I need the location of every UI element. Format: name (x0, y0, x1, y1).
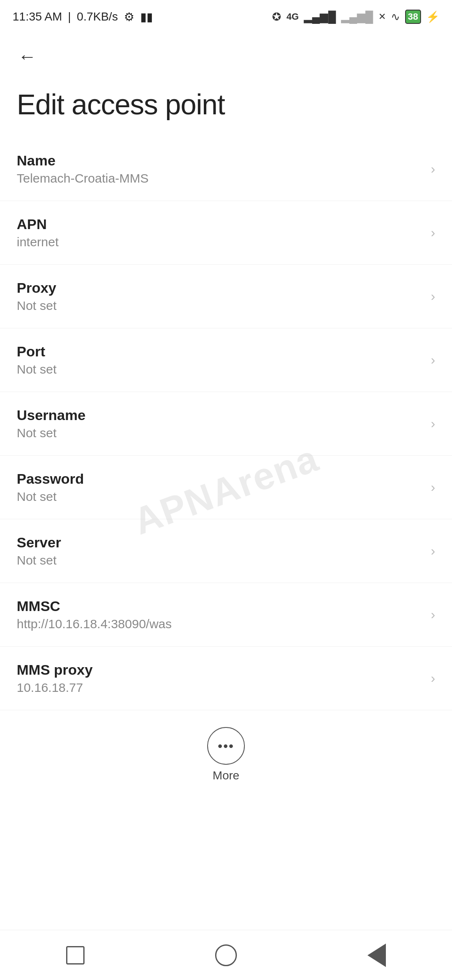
list-item-port-content: Port Not set (17, 343, 56, 377)
status-left: 11:35 AM | 0.7KB/s ⚙ ▮▮ (13, 10, 153, 24)
back-arrow-icon: ← (18, 47, 36, 66)
list-item-name[interactable]: Name Telemach-Croatia-MMS › (0, 137, 452, 201)
bluetooth-icon: ✪ (272, 10, 281, 23)
more-dots-icon: ••• (218, 738, 234, 754)
list-item-port[interactable]: Port Not set › (0, 328, 452, 392)
list-item-username-label: Username (17, 407, 85, 423)
list-item-mms-proxy-value: 10.16.18.77 (17, 681, 92, 695)
chevron-icon-port: › (431, 352, 435, 368)
list-item-name-content: Name Telemach-Croatia-MMS (17, 152, 149, 186)
chevron-icon-mms-proxy: › (431, 671, 435, 686)
list-item-mmsc-content: MMSC http://10.16.18.4:38090/was (17, 598, 172, 631)
chevron-icon-password: › (431, 480, 435, 495)
list-container: Name Telemach-Croatia-MMS › APN internet… (0, 137, 452, 710)
more-label: More (213, 769, 239, 782)
list-item-mms-proxy-content: MMS proxy 10.16.18.77 (17, 662, 92, 695)
list-item-name-label: Name (17, 152, 149, 169)
status-bar: 11:35 AM | 0.7KB/s ⚙ ▮▮ ✪ 4G ▂▄▆█ ▂▄▆█ ✕… (0, 0, 452, 34)
list-item-server-label: Server (17, 534, 61, 551)
nav-bar (0, 930, 452, 980)
list-item-password-content: Password Not set (17, 471, 84, 504)
list-item-proxy-content: Proxy Not set (17, 280, 56, 313)
chevron-icon-mmsc: › (431, 607, 435, 622)
list-item-mms-proxy[interactable]: MMS proxy 10.16.18.77 › (0, 647, 452, 710)
list-item-apn-value: internet (17, 235, 59, 249)
more-dots-circle: ••• (207, 727, 245, 765)
nav-square-icon (66, 946, 85, 965)
status-right: ✪ 4G ▂▄▆█ ▂▄▆█ ✕ ∿ 38 ⚡ (272, 10, 439, 24)
list-item-username[interactable]: Username Not set › (0, 392, 452, 456)
signal-4g-icon: 4G (286, 11, 298, 22)
toolbar: ← (0, 34, 452, 75)
list-item-server[interactable]: Server Not set › (0, 519, 452, 583)
nav-home-button[interactable] (209, 939, 243, 972)
list-item-proxy-value: Not set (17, 299, 56, 313)
list-item-mmsc-label: MMSC (17, 598, 172, 614)
list-item-apn-content: APN internet (17, 216, 59, 249)
nav-triangle-icon (367, 944, 386, 967)
list-item-mms-proxy-label: MMS proxy (17, 662, 92, 678)
list-item-name-value: Telemach-Croatia-MMS (17, 171, 149, 186)
list-item-password-label: Password (17, 471, 84, 487)
list-item-mmsc[interactable]: MMSC http://10.16.18.4:38090/was › (0, 583, 452, 647)
list-item-server-content: Server Not set (17, 534, 61, 567)
speed-display: 0.7KB/s (77, 10, 118, 23)
signal-bars-icon: ▂▄▆█ (304, 10, 336, 23)
list-item-password[interactable]: Password Not set › (0, 456, 452, 519)
chevron-icon-username: › (431, 416, 435, 431)
list-item-port-label: Port (17, 343, 56, 360)
wifi-icon: ∿ (391, 10, 400, 23)
nav-back-button[interactable] (360, 939, 393, 972)
signal-cross-icon: ✕ (378, 11, 386, 22)
list-item-proxy[interactable]: Proxy Not set › (0, 265, 452, 328)
page-title: Edit access point (0, 75, 452, 137)
list-item-mmsc-value: http://10.16.18.4:38090/was (17, 617, 172, 631)
video-icon: ▮▮ (140, 10, 153, 24)
list-item-apn[interactable]: APN internet › (0, 201, 452, 265)
list-item-password-value: Not set (17, 490, 84, 504)
list-item-username-content: Username Not set (17, 407, 85, 440)
chevron-icon-apn: › (431, 225, 435, 240)
list-item-port-value: Not set (17, 362, 56, 377)
list-item-apn-label: APN (17, 216, 59, 232)
battery-indicator: 38 (405, 10, 421, 24)
nav-circle-icon (215, 944, 237, 966)
list-item-proxy-label: Proxy (17, 280, 56, 296)
settings-icon: ⚙ (124, 10, 134, 24)
separator: | (68, 10, 71, 23)
more-button[interactable]: ••• More (0, 710, 452, 795)
signal-bars2-icon: ▂▄▆█ (341, 10, 373, 23)
chevron-icon-name: › (431, 161, 435, 177)
list-item-server-value: Not set (17, 553, 61, 567)
list-item-username-value: Not set (17, 426, 85, 440)
nav-recents-button[interactable] (59, 939, 92, 972)
time-display: 11:35 AM (13, 10, 62, 23)
chevron-icon-proxy: › (431, 289, 435, 304)
back-button[interactable]: ← (13, 42, 42, 71)
chevron-icon-server: › (431, 543, 435, 559)
charging-icon: ⚡ (426, 10, 439, 23)
